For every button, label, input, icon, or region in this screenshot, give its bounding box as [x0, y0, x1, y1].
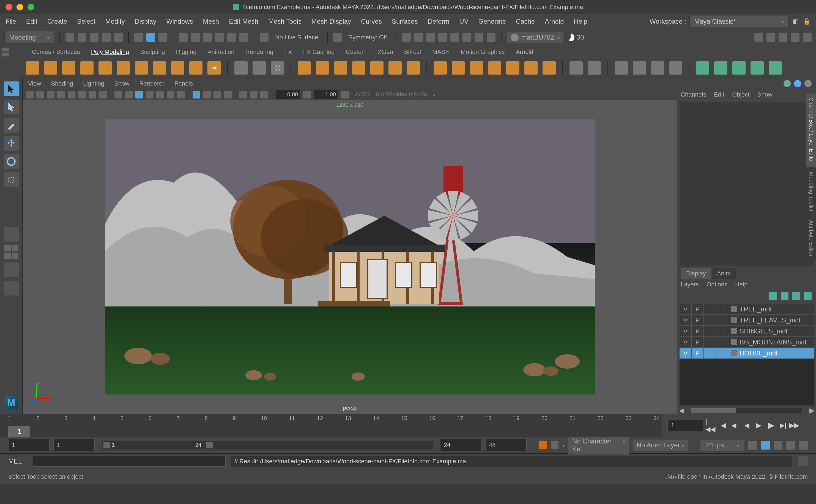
sync-attr-icon[interactable] [794, 80, 801, 87]
vp-far-clip-input[interactable] [314, 90, 338, 99]
layer-row-tree[interactable]: V P TREE_mdl [680, 304, 814, 315]
vp-grid-icon[interactable] [224, 91, 232, 98]
slide-edge-icon[interactable] [751, 61, 764, 75]
poly-disc-icon[interactable] [135, 61, 148, 75]
cb-tab-edit[interactable]: Edit [714, 91, 724, 98]
layer-color[interactable] [716, 315, 728, 325]
step-forward-frame-button[interactable]: |▶ [766, 420, 776, 430]
layer-row-tree-leaves[interactable]: V P TREE_LEAVES_mdl [680, 315, 814, 326]
step-forward-key-button[interactable]: ▶| [778, 420, 788, 430]
vp-camera-select-icon[interactable] [26, 91, 34, 98]
vtab-modeling-toolkit[interactable]: Modeling Toolkit [806, 168, 816, 215]
poly-plane-icon[interactable] [117, 61, 130, 75]
menu-display[interactable]: Display [135, 18, 156, 25]
vp-gate-mask-icon[interactable] [99, 91, 107, 98]
connect-icon[interactable] [651, 61, 664, 75]
menu-cache[interactable]: Cache [516, 18, 535, 25]
merge-icon[interactable] [543, 61, 556, 75]
shelf-tab-rigging[interactable]: Rigging [176, 48, 197, 56]
shelf-tab-curves-surfaces[interactable]: Curves / Surfaces [32, 48, 80, 56]
menu-set-dropdown[interactable]: Modeling [4, 31, 54, 44]
menu-select[interactable]: Select [77, 18, 95, 25]
step-back-frame-button[interactable]: ◀| [730, 420, 740, 430]
layer-vis-toggle[interactable]: V [680, 326, 692, 336]
poly-superellipse-icon[interactable] [171, 61, 184, 75]
vp-shaded-icon[interactable] [125, 91, 133, 98]
separate-icon[interactable] [316, 61, 329, 75]
outliner-toggle[interactable] [4, 262, 19, 277]
bevel-edges-icon[interactable] [714, 61, 727, 75]
target-weld-icon[interactable] [633, 61, 646, 75]
layer-vis-toggle[interactable]: V [680, 337, 692, 347]
new-empty-layer-icon[interactable] [792, 292, 800, 300]
shelf-tab-rendering[interactable]: Rendering [245, 48, 273, 56]
shelf-tab-custom[interactable]: Custom [346, 48, 367, 56]
layer-playback-toggle[interactable]: P [692, 304, 704, 314]
close-window-button[interactable] [6, 4, 12, 10]
history-icon[interactable] [402, 33, 411, 42]
layer-row-shingles[interactable]: V P SHINGLES_mdl [680, 326, 814, 337]
layer-playback-toggle[interactable]: P [692, 337, 704, 347]
layer-menu-options[interactable]: Options [707, 281, 727, 288]
paint-select-tool[interactable] [4, 118, 19, 133]
layer-color[interactable] [716, 304, 728, 314]
rotate-tool[interactable] [4, 154, 19, 169]
vp-color-mgmt-icon[interactable] [341, 91, 349, 98]
viewport-3d[interactable]: 1280 x 720 [23, 100, 677, 414]
menu-help[interactable]: Help [574, 18, 587, 25]
shelf-tab-bifrost[interactable]: Bifrost [404, 48, 421, 56]
layer-row-house[interactable]: V P HOUSE_mdl [680, 348, 814, 359]
smooth-icon[interactable] [352, 61, 365, 75]
reduce-icon[interactable] [370, 61, 384, 75]
vp-bookmark-icon[interactable] [36, 91, 44, 98]
menu-edit-mesh[interactable]: Edit Mesh [229, 18, 258, 25]
anim-layer-dropdown[interactable]: No Anim Layer [633, 440, 688, 451]
layer-color[interactable] [716, 337, 728, 347]
vp-menu-lighting[interactable]: Lighting [83, 80, 104, 87]
go-to-end-button[interactable]: ▶▶| [790, 420, 800, 430]
quad-draw-icon[interactable] [669, 61, 682, 75]
audio-icon[interactable] [774, 441, 782, 450]
command-input[interactable] [33, 456, 226, 467]
workspace-dropdown[interactable]: Maya Classic* [689, 16, 788, 27]
menu-edit[interactable]: Edit [26, 18, 37, 25]
layer-vis-toggle[interactable]: V [680, 315, 692, 325]
layer-display-type[interactable] [704, 337, 716, 347]
vp-near-clip-input[interactable] [276, 90, 300, 99]
layer-row-bg-mountains[interactable]: V P BG_MOUNTAINS_mdl [680, 337, 814, 348]
menu-deform[interactable]: Deform [428, 18, 450, 25]
vp-isolate-icon[interactable] [193, 91, 200, 98]
shelf-tab-animation[interactable]: Animation [207, 48, 234, 56]
isolate-attr-icon[interactable] [784, 80, 791, 87]
layer-tab-anim[interactable]: Anim [711, 268, 736, 279]
layer-name[interactable]: SHINGLES_mdl [728, 326, 814, 336]
layer-horizontal-scrollbar[interactable]: ◀ ▶ [677, 407, 816, 414]
append-icon[interactable] [506, 61, 519, 75]
shelf-tab-fx[interactable]: FX [284, 48, 292, 56]
shelf-tab-motion-graphics[interactable]: Motion Graphics [461, 48, 505, 56]
poly-cone-icon[interactable] [80, 61, 94, 75]
play-backward-button[interactable]: ◀ [742, 420, 752, 430]
snap-plane-icon[interactable] [215, 33, 224, 42]
poly-cube-icon[interactable] [44, 61, 57, 75]
time-slider[interactable]: 1 [0, 426, 662, 437]
cb-tab-show[interactable]: Show [757, 91, 772, 98]
vp-shadows-icon[interactable] [156, 91, 164, 98]
move-layer-down-icon[interactable] [781, 292, 788, 300]
layer-color[interactable] [716, 326, 728, 336]
move-layer-up-icon[interactable] [769, 292, 777, 300]
vp-wireframe-icon[interactable] [114, 91, 122, 98]
layer-display-type[interactable] [704, 304, 716, 314]
light-editor-icon[interactable] [475, 33, 483, 42]
xray-icon[interactable] [779, 33, 787, 42]
lasso-tool[interactable] [4, 100, 19, 114]
anim-start-input[interactable] [8, 439, 50, 451]
menu-modify[interactable]: Modify [105, 18, 125, 25]
range-handle-right[interactable] [206, 442, 213, 448]
time-ruler[interactable]: 123456789101112131415161718192021222324 [0, 414, 662, 426]
cached-playback-icon[interactable] [761, 441, 770, 450]
layer-vis-toggle[interactable]: V [680, 304, 692, 314]
minimize-window-button[interactable] [17, 4, 23, 10]
menu-mesh-display[interactable]: Mesh Display [311, 18, 351, 25]
layer-menu-layers[interactable]: Layers [681, 281, 699, 288]
